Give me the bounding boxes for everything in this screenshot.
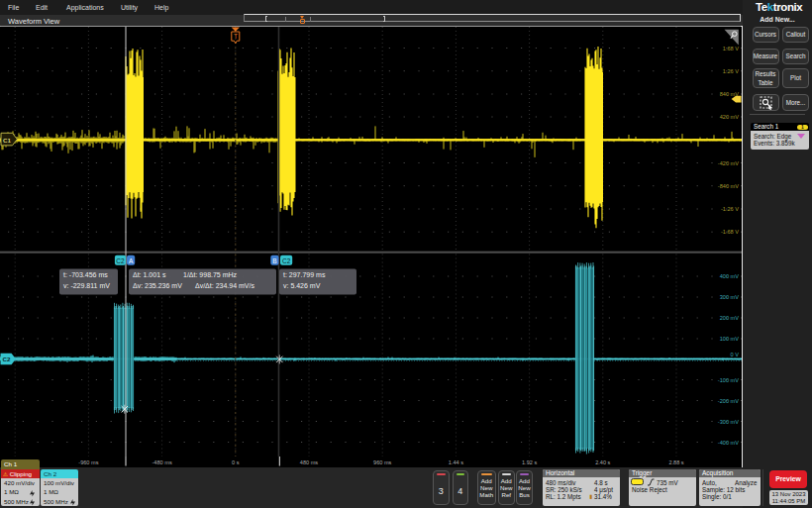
svg-text:0 s: 0 s bbox=[232, 459, 240, 465]
svg-text:400 mV: 400 mV bbox=[720, 273, 740, 279]
svg-text:B: B bbox=[272, 257, 276, 264]
svg-text:2.88 s: 2.88 s bbox=[668, 459, 683, 465]
svg-text:Δv: 235.236 mV: Δv: 235.236 mV bbox=[133, 282, 182, 289]
svg-text:-1.26 V: -1.26 V bbox=[721, 206, 739, 212]
svg-text:1.92 s: 1.92 s bbox=[522, 459, 537, 465]
svg-text:960 ms: 960 ms bbox=[373, 459, 392, 465]
svg-text:-960 ms: -960 ms bbox=[78, 459, 98, 465]
svg-text:-100 mV: -100 mV bbox=[718, 377, 739, 383]
svg-text:A: A bbox=[129, 257, 134, 264]
svg-text:-480 ms: -480 ms bbox=[152, 459, 171, 465]
svg-text:Δt: 1.001 s: Δt: 1.001 s bbox=[133, 271, 166, 278]
svg-text:-1.68 V: -1.68 V bbox=[721, 229, 739, 235]
svg-text:-400 mV: -400 mV bbox=[718, 440, 739, 446]
svg-text:-300 mV: -300 mV bbox=[718, 419, 739, 425]
svg-text:1.68 V: 1.68 V bbox=[723, 46, 739, 51]
svg-text:C1: C1 bbox=[3, 137, 11, 144]
svg-text:C2: C2 bbox=[282, 257, 291, 264]
svg-text:t: 297.799 ms: t: 297.799 ms bbox=[283, 271, 326, 278]
svg-text:300 mV: 300 mV bbox=[720, 294, 740, 300]
svg-text:420 mV: 420 mV bbox=[720, 114, 740, 120]
svg-text:100 mV: 100 mV bbox=[720, 336, 740, 342]
svg-text:T: T bbox=[234, 33, 238, 40]
svg-text:-420 mV: -420 mV bbox=[718, 160, 739, 166]
svg-text:C2: C2 bbox=[116, 257, 125, 264]
svg-text:-840 mV: -840 mV bbox=[718, 183, 739, 189]
svg-text:C2: C2 bbox=[3, 356, 11, 362]
svg-text:200 mV: 200 mV bbox=[720, 315, 740, 321]
svg-text:Δv/Δt: 234.94 mV/s: Δv/Δt: 234.94 mV/s bbox=[195, 282, 254, 289]
svg-text:v: -229.811 mV: v: -229.811 mV bbox=[63, 282, 110, 289]
svg-text:840 mV: 840 mV bbox=[720, 91, 740, 97]
svg-text:v: 5.426 mV: v: 5.426 mV bbox=[283, 282, 321, 289]
svg-text:0 V: 0 V bbox=[731, 352, 740, 357]
svg-text:2.40 s: 2.40 s bbox=[595, 459, 610, 465]
svg-text:t: -703.456 ms: t: -703.456 ms bbox=[63, 271, 108, 278]
svg-text:1.44 s: 1.44 s bbox=[449, 459, 463, 465]
svg-text:1/Δt: 998.75 mHz: 1/Δt: 998.75 mHz bbox=[183, 271, 238, 278]
svg-text:-200 mV: -200 mV bbox=[718, 398, 739, 404]
svg-text:480 ms: 480 ms bbox=[300, 459, 319, 465]
svg-text:1.26 V: 1.26 V bbox=[723, 68, 739, 74]
